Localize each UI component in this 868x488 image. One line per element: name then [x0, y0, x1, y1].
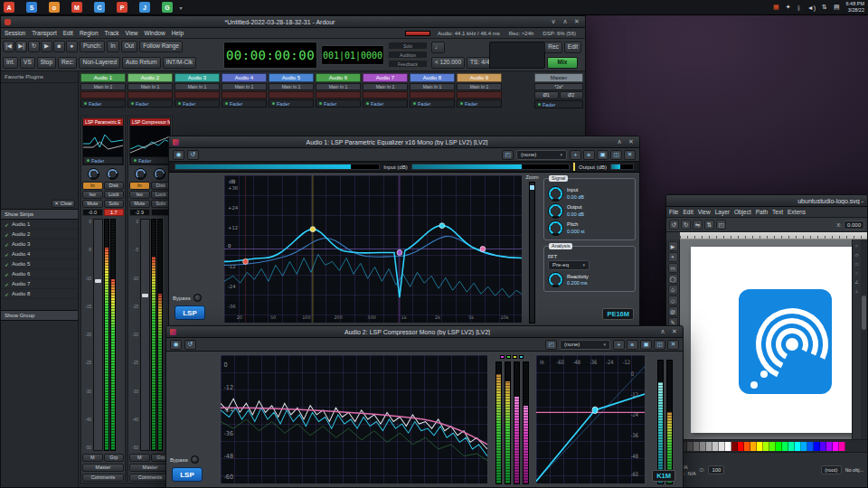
check-icon[interactable]: ✓: [5, 281, 9, 287]
master-phase-left[interactable]: Ø1: [534, 91, 559, 99]
strip-list-item[interactable]: ✓ Audio 3: [1, 239, 78, 249]
strip-list-item[interactable]: ✓ Audio 4: [1, 249, 78, 259]
solo-iso-button[interactable]: Iso: [82, 191, 103, 199]
mixer-strip[interactable]: Audio 2 Main In 1 Fader: [127, 73, 173, 108]
menu-item[interactable]: Track: [105, 30, 119, 36]
compressor-spectrum-graph[interactable]: 0 -12 -24 -36 -48 -60: [220, 354, 488, 484]
check-icon[interactable]: ✓: [5, 241, 9, 248]
mixer-strip[interactable]: Audio 9 Main In 1 Fader: [457, 73, 502, 108]
secondary-clock[interactable]: 001|01|0000: [321, 45, 384, 65]
channel-swatch[interactable]: [519, 355, 524, 359]
mixer-strip[interactable]: Audio 3 Main In 1 Fader: [175, 73, 220, 108]
strip-list-item[interactable]: ✓ Audio 1: [1, 220, 78, 230]
tool-icon[interactable]: ◯: [668, 274, 678, 284]
ardour-titlebar[interactable]: *Untitled-2022-03-28-18-32-31 - Ardour ∨…: [1, 16, 585, 28]
knob-row[interactable]: Pitch 0.000 st: [548, 221, 631, 236]
menu-item[interactable]: Edit: [63, 30, 73, 36]
strip-fader-processor[interactable]: Fader: [457, 99, 502, 108]
menu-item[interactable]: Text: [772, 209, 783, 215]
tray-icon[interactable]: ◄): [807, 5, 816, 11]
strip-fader-processor[interactable]: Fader: [269, 99, 314, 108]
fft-mode-combo[interactable]: Pre-eq▾: [548, 260, 590, 270]
gain-fader[interactable]: [93, 219, 103, 451]
mixer-strip[interactable]: Audio 7 Main In 1 Fader: [363, 73, 408, 108]
strip-fader-processor[interactable]: Fader: [127, 99, 173, 108]
check-icon[interactable]: ✓: [5, 221, 9, 228]
toolbar-icon[interactable]: +: [570, 150, 581, 160]
tempo-button[interactable]: < 120.000: [431, 57, 465, 69]
fader-processor[interactable]: Fader: [130, 156, 170, 164]
check-icon[interactable]: ✓: [5, 261, 9, 267]
master-strip[interactable]: Master *2a* Ø1 Ø2 Fader: [534, 73, 583, 108]
launcher-icon[interactable]: S: [26, 2, 37, 13]
check-icon[interactable]: ✓: [5, 271, 9, 277]
strip-input-button[interactable]: Main In 1: [80, 83, 126, 90]
palette-swatch[interactable]: [814, 442, 820, 451]
snap-icon[interactable]: ∠: [854, 278, 861, 286]
knob-row[interactable]: Input 0.00 dB: [548, 186, 631, 202]
trim-knob[interactable]: [135, 168, 146, 180]
tool-icon[interactable]: ✩: [668, 285, 678, 295]
palette-swatch[interactable]: [700, 442, 706, 451]
channel-swatch[interactable]: [506, 355, 511, 359]
toolbar-icon[interactable]: ≡: [583, 150, 595, 160]
strip-input-button[interactable]: Main In 1: [316, 83, 361, 90]
strip-list-item[interactable]: ✓ Audio 5: [1, 259, 78, 269]
strip-record-row[interactable]: [363, 91, 408, 99]
check-icon[interactable]: ✓: [5, 251, 9, 258]
minimize-icon[interactable]: ∨: [549, 18, 558, 25]
bypass-button[interactable]: [191, 455, 199, 464]
palette-swatch[interactable]: [801, 442, 807, 451]
launcher-icon[interactable]: A: [4, 2, 14, 13]
monitor-in-button[interactable]: In: [129, 182, 150, 190]
ubuntustudio-logo[interactable]: [738, 288, 833, 395]
transport-button[interactable]: ●: [66, 41, 78, 52]
strip-list-item[interactable]: ✓ Audio 8: [1, 289, 78, 299]
palette-swatch[interactable]: [788, 442, 795, 451]
stop-mode-button[interactable]: Stop: [37, 57, 56, 69]
reset-button[interactable]: ↺: [184, 340, 196, 350]
toolbar-icon[interactable]: ↺: [669, 220, 679, 230]
strip-input-button[interactable]: Main In 1: [127, 83, 173, 90]
snap-icon[interactable]: ○: [854, 269, 861, 277]
tray-icon[interactable]: ᛒ: [797, 5, 801, 11]
strip-name-button[interactable]: Audio 8: [410, 73, 455, 82]
group-button[interactable]: Grp: [104, 454, 125, 462]
strip-record-row[interactable]: [269, 91, 314, 99]
power-button[interactable]: ◉: [170, 340, 182, 350]
master-fader-processor[interactable]: Fader: [534, 100, 583, 108]
solo-lock-button[interactable]: Lock: [104, 191, 125, 199]
compressor-titlebar[interactable]: Audio 2: LSP Compressor Mono (by LSP LV2…: [166, 326, 683, 338]
strip-input-button[interactable]: Main In 1: [457, 83, 502, 90]
strip-input-button[interactable]: Main In 1: [363, 83, 408, 90]
indicator-button[interactable]: Feedback: [388, 60, 428, 68]
reset-button[interactable]: ↺: [187, 150, 199, 160]
launcher-icon[interactable]: M: [71, 2, 82, 13]
strip-name-button[interactable]: Audio 5: [269, 73, 314, 82]
knob[interactable]: [548, 203, 563, 219]
canvas[interactable]: [680, 239, 852, 439]
layer-selector[interactable]: (root): [821, 465, 841, 474]
punch-out-button[interactable]: Out: [121, 41, 137, 52]
close-icon[interactable]: ✕: [572, 18, 581, 25]
punch-in-button[interactable]: In: [107, 41, 118, 52]
tool-icon[interactable]: ▭: [668, 263, 678, 273]
strip-record-row[interactable]: [127, 91, 173, 99]
eq-frequency-graph[interactable]: dB +36 +24 +12 0 -12 -24 -36 20 50 100 2…: [223, 174, 523, 324]
tray-icon[interactable]: ▤: [834, 4, 840, 11]
gain-display[interactable]: -2.9: [129, 209, 150, 216]
reactivity-row[interactable]: Reactivity 0.200 ms: [548, 272, 631, 287]
strip-name-button[interactable]: Audio 9: [457, 73, 502, 82]
palette-swatch[interactable]: [807, 442, 814, 451]
error-log-indicator[interactable]: [405, 31, 430, 36]
expand-button[interactable]: ◰: [502, 150, 514, 160]
strip-fader-processor[interactable]: Fader: [175, 99, 220, 108]
clear-button[interactable]: ✕ Clear: [52, 200, 75, 208]
tool-icon[interactable]: ◇: [668, 296, 678, 305]
strip-record-row[interactable]: [175, 91, 220, 99]
follow-range-button[interactable]: Follow Range: [139, 41, 183, 52]
sync-source-button[interactable]: Int.: [3, 57, 18, 69]
menu-item[interactable]: Object: [734, 209, 751, 215]
toolbar-icon[interactable]: ▣: [597, 150, 609, 160]
strip-list-item[interactable]: ✓ Audio 2: [1, 230, 78, 239]
